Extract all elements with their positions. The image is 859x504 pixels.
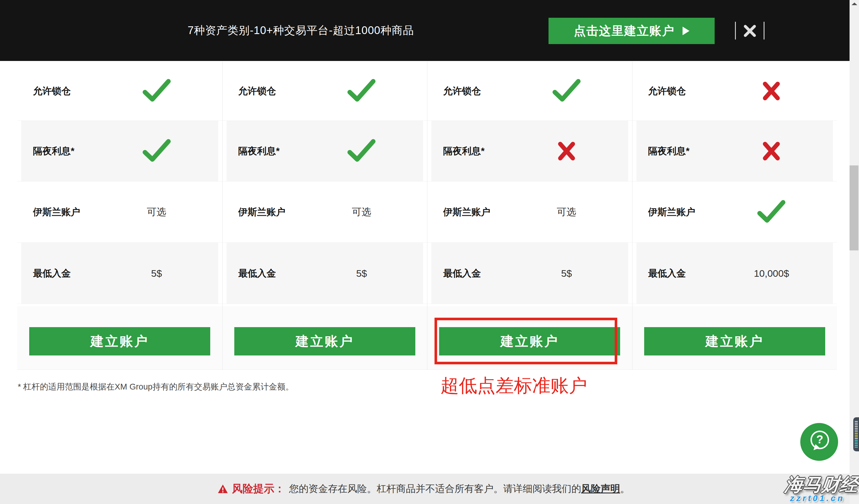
feature-label: 允许锁仓 [443, 85, 481, 98]
feature-cell: 隔夜利息* [223, 121, 427, 182]
feature-label: 最低入金 [443, 267, 481, 280]
minimap-stripe [855, 423, 858, 424]
feature-value: 5$ [356, 268, 367, 279]
play-arrow-icon [682, 27, 690, 35]
risk-warning-text-period: 。 [620, 483, 630, 494]
risk-warning-text: 您的资金存在风险。杠杆商品并不适合所有客户。请详细阅读我们的风险声明。 [289, 482, 630, 495]
minimap-stripe [855, 440, 858, 441]
highlight-rectangle [435, 318, 617, 364]
banner-divider-right [764, 22, 765, 40]
feature-value: 10,000$ [754, 268, 789, 279]
scrollbar-thumb[interactable] [849, 166, 858, 250]
feature-label: 伊斯兰账户 [648, 205, 695, 218]
account-column-4: 允许锁仓 隔夜利息* 伊斯兰账户 最低入金10,000$建立账户 [632, 62, 837, 370]
question-bubble-icon: ? [805, 427, 833, 457]
open-account-button-4[interactable]: 建立账户 [644, 327, 825, 356]
minimap-stripe [855, 426, 858, 427]
feature-label: 最低入金 [648, 267, 686, 280]
feature-label: 隔夜利息* [443, 144, 485, 157]
feature-cell: 允许锁仓 [223, 62, 427, 121]
feature-value: 可选 [352, 205, 371, 219]
feature-label: 最低入金 [238, 267, 276, 280]
account-column-2: 允许锁仓 隔夜利息* 伊斯兰账户可选最低入金5$建立账户 [222, 62, 427, 370]
feature-label: 允许锁仓 [238, 85, 276, 98]
banner-divider-left [735, 22, 736, 40]
minimap-stripe [855, 447, 858, 447]
button-band: 建立账户 [223, 304, 427, 370]
feature-cell: 最低入金10,000$ [632, 243, 837, 304]
feature-label: 伊斯兰账户 [238, 205, 286, 218]
feature-cell: 最低入金5$ [427, 243, 632, 304]
risk-statement-link[interactable]: 风险声明 [581, 483, 620, 494]
feature-cell: 隔夜利息* [17, 121, 222, 182]
feature-cell: 最低入金5$ [223, 243, 427, 304]
check-icon [347, 79, 376, 103]
open-account-button-2[interactable]: 建立账户 [234, 327, 415, 356]
risk-warning-text-body: 您的资金存在风险。杠杆商品并不适合所有客户。请详细阅读我们的 [289, 483, 581, 494]
minimap-widget [853, 417, 859, 451]
check-icon [552, 79, 581, 103]
minimap-stripe [855, 445, 858, 446]
account-column-1: 允许锁仓 隔夜利息* 伊斯兰账户可选最低入金5$建立账户 [17, 62, 222, 370]
minimap-stripe [855, 435, 858, 436]
close-icon [742, 35, 758, 40]
feature-cell: 伊斯兰账户可选 [223, 182, 427, 243]
minimap-stripe [855, 421, 858, 422]
feature-value: 5$ [151, 268, 162, 279]
feature-cell: 允许锁仓 [632, 62, 837, 121]
feature-cell: 允许锁仓 [17, 62, 222, 121]
promo-banner: 7种资产类别-10+种交易平台-超过1000种商品 点击这里建立账户 [0, 0, 859, 61]
watermark-site: zzrt01.cn [790, 493, 845, 503]
leverage-footnote: * 杠杆的适用范围是根据在XM Group持有的所有交易账户总资金累计金额。 [18, 381, 294, 393]
minimap-stripe [855, 437, 858, 437]
feature-label: 允许锁仓 [33, 85, 71, 98]
highlight-annotation: 超低点差标准账户 [440, 376, 587, 395]
cross-icon [763, 142, 780, 160]
cross-icon [763, 82, 780, 100]
warning-triangle-icon [218, 484, 228, 493]
risk-warning-label: 风险提示： [232, 482, 285, 496]
minimap-stripe [855, 428, 858, 429]
feature-label: 隔夜利息* [238, 144, 280, 157]
button-band: 建立账户 [17, 304, 222, 370]
feature-cell: 隔夜利息* [632, 121, 837, 182]
check-icon [757, 200, 786, 224]
open-account-button-1[interactable]: 建立账户 [29, 327, 210, 356]
feature-label: 隔夜利息* [33, 144, 74, 157]
feature-cell: 伊斯兰账户可选 [17, 182, 222, 243]
cross-icon [558, 142, 575, 160]
feature-label: 最低入金 [33, 267, 71, 280]
banner-headline: 7种资产类别-10+种交易平台-超过1000种商品 [187, 0, 414, 61]
feature-label: 允许锁仓 [648, 85, 686, 98]
minimap-stripe [855, 431, 858, 432]
feature-value: 可选 [147, 205, 166, 219]
check-icon [142, 79, 171, 103]
minimap-stripe [855, 424, 858, 425]
feature-label: 隔夜利息* [648, 144, 690, 157]
minimap-stripe [855, 438, 858, 439]
feature-cell: 允许锁仓 [427, 62, 632, 121]
minimap-stripe [855, 443, 858, 444]
account-comparison-table: 允许锁仓 隔夜利息* 伊斯兰账户可选最低入金5$建立账户允许锁仓 隔夜利息* 伊… [17, 62, 837, 370]
feature-value: 可选 [557, 205, 576, 219]
help-chat-button[interactable]: ? [800, 423, 838, 461]
feature-value: 5$ [561, 268, 572, 279]
feature-cell: 隔夜利息* [427, 121, 632, 182]
scroll-up-arrow-icon[interactable] [852, 3, 857, 5]
minimap-stripe [855, 442, 858, 442]
button-band: 建立账户 [632, 304, 837, 370]
check-icon [347, 139, 376, 163]
svg-text:?: ? [816, 433, 823, 446]
feature-cell: 伊斯兰账户 [632, 182, 837, 243]
banner-cta-label: 点击这里建立账户 [574, 23, 675, 39]
minimap-stripe [855, 429, 858, 430]
minimap-stripe [855, 433, 858, 434]
feature-cell: 最低入金5$ [17, 243, 222, 304]
feature-label: 伊斯兰账户 [443, 205, 491, 218]
check-icon [142, 139, 171, 163]
risk-footer: 风险提示： 您的资金存在风险。杠杆商品并不适合所有客户。请详细阅读我们的风险声明… [0, 474, 859, 504]
banner-close-button[interactable] [742, 23, 758, 39]
banner-cta-button[interactable]: 点击这里建立账户 [548, 18, 714, 44]
feature-label: 伊斯兰账户 [33, 205, 80, 218]
feature-cell: 伊斯兰账户可选 [427, 182, 632, 243]
